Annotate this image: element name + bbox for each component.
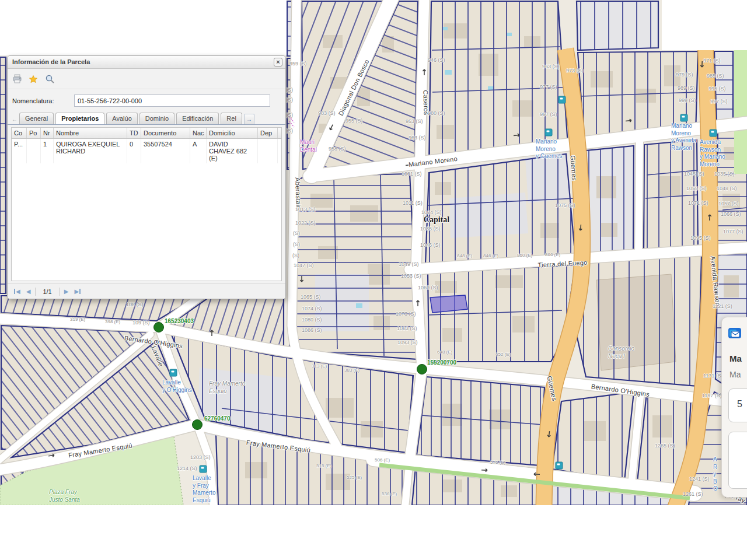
cell: DAVID CHAVEZ 682 (E): [207, 139, 258, 163]
notification-action-box[interactable]: [728, 432, 747, 489]
tab-avalúo[interactable]: Avalúo: [106, 113, 137, 124]
column-header-td[interactable]: TD: [127, 128, 141, 138]
app-stage: Diagonal Don BoscoCaserosMariano MorenoA…: [0, 0, 747, 560]
window-toolbar: [8, 69, 285, 89]
column-header-nr[interactable]: Nr: [41, 128, 54, 138]
grid-header-row: CoPoNrNombreTDDocumentoNacDomicilioDep: [12, 128, 281, 139]
last-page-button[interactable]: ▶: [71, 288, 83, 295]
column-header-dep[interactable]: Dep: [258, 128, 278, 138]
notification-subject: Ma: [729, 370, 741, 379]
nomenclatura-input[interactable]: [74, 94, 270, 107]
selected-parcel[interactable]: [430, 295, 467, 313]
outlook-mail-icon: [728, 326, 742, 342]
cell: 0: [127, 139, 141, 163]
column-header-nombre[interactable]: Nombre: [54, 128, 127, 138]
cell: [258, 139, 278, 163]
unloaded-tile: [0, 0, 287, 55]
pager-separator: [35, 288, 36, 296]
cell: 1: [41, 139, 54, 163]
pager-toolbar: ◀ ◀ 1/1 ▶ ▶: [8, 284, 285, 299]
cell: P...: [12, 139, 27, 163]
tab-dominio[interactable]: Dominio: [139, 113, 174, 124]
next-page-button[interactable]: ▶: [61, 288, 72, 295]
column-header-co[interactable]: Co: [12, 128, 27, 138]
zoom-search-icon[interactable]: [44, 74, 55, 85]
window-title: Información de la Parcela: [12, 58, 90, 65]
park-strip: [734, 50, 747, 174]
prev-page-button[interactable]: ◀: [23, 288, 34, 295]
cell: 35507524: [141, 139, 190, 163]
window-titlebar[interactable]: Información de la Parcela ×: [8, 56, 285, 69]
column-header-po[interactable]: Po: [27, 128, 41, 138]
tab-rel[interactable]: Rel: [221, 113, 242, 124]
tab-general[interactable]: General: [19, 113, 54, 124]
tab-scroll-left-icon[interactable]: ←: [10, 114, 19, 124]
print-icon[interactable]: [12, 74, 22, 85]
nomenclatura-row: Nomenclatura:: [8, 89, 285, 111]
column-header-documento[interactable]: Documento: [141, 128, 190, 138]
cell: QUIROGA EXEQUIEL RICHARD: [54, 139, 127, 163]
tab-strip: ← GeneralPropietariosAvalúoDominioEdific…: [8, 111, 285, 125]
page-indicator: 1/1: [37, 288, 57, 295]
mail-notification-panel[interactable]: Ma Ma 5: [721, 317, 747, 498]
cell: A: [190, 139, 207, 163]
table-row[interactable]: P...1QUIROGA EXEQUIEL RICHARD035507524AD…: [12, 139, 281, 163]
favorite-star-icon[interactable]: [28, 74, 39, 85]
tab-holder: GeneralPropietariosAvalúoDominioEdificac…: [19, 113, 244, 124]
unloaded-tile: [662, 0, 747, 50]
notification-sender: Ma: [729, 354, 742, 363]
column-header-domicilio[interactable]: Domicilio: [207, 128, 258, 138]
parcel-info-window[interactable]: Información de la Parcela × Nomenclatura…: [7, 55, 286, 299]
nomenclatura-label: Nomenclatura:: [12, 97, 74, 104]
tab-scroll-right-icon[interactable]: →: [244, 114, 254, 124]
grid-body: P...1QUIROGA EXEQUIEL RICHARD035507524AD…: [12, 139, 281, 163]
notification-reply-box[interactable]: 5: [728, 388, 747, 422]
close-icon[interactable]: ×: [274, 58, 282, 66]
first-page-button[interactable]: ◀: [11, 288, 23, 295]
owners-grid: CoPoNrNombreTDDocumentoNacDomicilioDep P…: [11, 127, 282, 281]
tab-edificación[interactable]: Edificación: [176, 113, 219, 124]
tab-propietarios[interactable]: Propietarios: [55, 113, 104, 124]
column-header-nac[interactable]: Nac: [190, 128, 207, 138]
pager-separator: [59, 288, 60, 296]
cell: [27, 139, 41, 163]
